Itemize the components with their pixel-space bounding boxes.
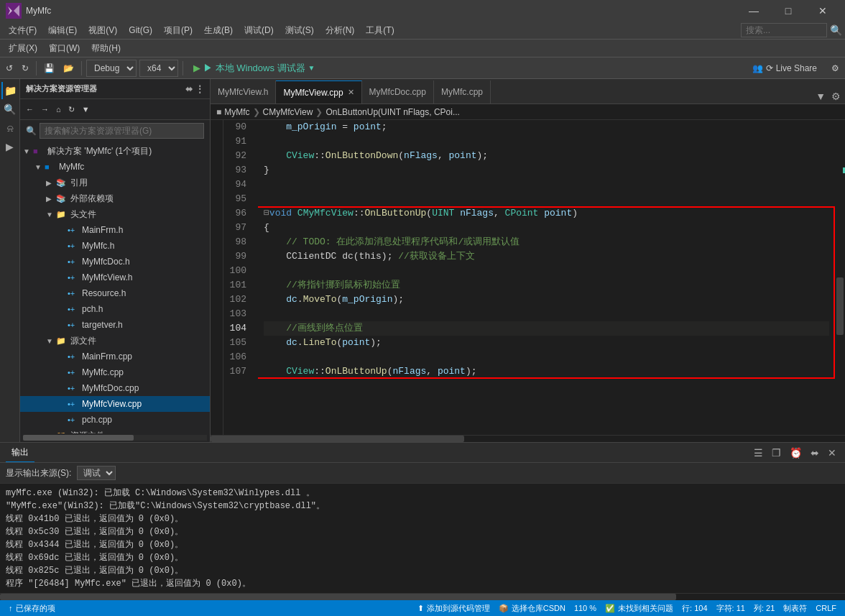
- tree-item-pch-h[interactable]: ▶ •+ pch.h: [20, 301, 210, 317]
- tab-mymfcview-cpp[interactable]: MyMfcView.cpp ✕: [276, 81, 361, 104]
- tree-item-mymfcview-cpp[interactable]: ▶ •+ MyMfcView.cpp: [20, 396, 210, 412]
- menu-edit[interactable]: 编辑(E): [42, 22, 83, 39]
- sidebar-home-icon[interactable]: ⌂: [53, 101, 64, 118]
- tree-item-mymfc-cpp[interactable]: ▶ •+ MyMfc.cpp: [20, 364, 210, 380]
- panel-tab-output[interactable]: 输出: [6, 443, 34, 462]
- status-zoom[interactable]: 110 %: [571, 603, 599, 614]
- tree-item-targetver-h[interactable]: ▶ •+ targetver.h: [20, 317, 210, 333]
- menu-help[interactable]: 帮助(H): [86, 40, 126, 57]
- editor-vscroll[interactable]: [835, 120, 845, 435]
- tree-item-project[interactable]: ▼ ■ MyMfc: [20, 159, 210, 175]
- status-tabsize[interactable]: 制表符: [780, 603, 810, 614]
- tree-item-mymfcdoc-h[interactable]: ▶ •+ MyMfcDoc.h: [20, 254, 210, 270]
- title-bar-controls: — □ ✕: [737, 0, 839, 22]
- search-sidebar-icon[interactable]: 🔍: [1, 101, 19, 118]
- status-encoding[interactable]: CRLF: [813, 603, 839, 614]
- tab-close-mymfcview-cpp[interactable]: ✕: [348, 88, 354, 97]
- menu-window[interactable]: 窗口(W): [43, 40, 86, 57]
- status-col[interactable]: 列: 21: [751, 603, 777, 614]
- status-saved-label: 已保存的项: [16, 603, 55, 614]
- sidebar-collapse-icon[interactable]: ▼: [79, 101, 93, 118]
- sidebar-back-icon[interactable]: ←: [23, 101, 37, 118]
- tree-item-resource-h[interactable]: ▶ •+ Resource.h: [20, 285, 210, 301]
- open-button[interactable]: 📂: [60, 60, 77, 77]
- git-icon[interactable]: ⍾: [1, 119, 19, 137]
- panel-close-icon[interactable]: ✕: [825, 446, 839, 460]
- code-line-98: // TODO: 在此添加消息处理程序代码和/或调用默认值: [264, 235, 829, 249]
- menu-project[interactable]: 项目(P): [158, 22, 198, 39]
- tab-mymfc-cpp[interactable]: MyMfc.cpp: [434, 81, 491, 104]
- live-share-button[interactable]: 👥 ⟳ Live Share: [747, 62, 823, 75]
- menu-build[interactable]: 生成(B): [198, 22, 239, 39]
- tab-settings-button[interactable]: ⚙: [830, 89, 842, 104]
- file-h5-icon: •+: [68, 289, 79, 298]
- editor-hscroll[interactable]: [211, 435, 845, 442]
- sidebar: 解决方案资源管理器 ⬌ ⋮ ← → ⌂ ↻ ▼ 🔍: [20, 79, 211, 442]
- menu-analyze[interactable]: 分析(N): [320, 22, 361, 39]
- tab-mymfcdoc-cpp[interactable]: MyMfcDoc.cpp: [362, 81, 434, 104]
- tree-item-external[interactable]: ▶ 📚 外部依赖项: [20, 190, 210, 206]
- close-button[interactable]: ✕: [806, 0, 839, 22]
- debug-sidebar-icon[interactable]: ▶: [1, 138, 19, 155]
- panel-actions: ☰ ❐ ⏰ ⬌ ✕: [751, 446, 839, 460]
- output-hscroll[interactable]: [0, 593, 845, 600]
- menu-tools[interactable]: 工具(T): [360, 22, 400, 39]
- status-right: ⬆ 添加到源代码管理 📦 选择仓库CSDN 110 % ✅ 未找到相关问题 行:…: [415, 603, 839, 614]
- tree-label-mymfcdoc-h: MyMfcDoc.h: [82, 257, 207, 267]
- explorer-icon[interactable]: 📁: [1, 82, 19, 99]
- undo-button[interactable]: ↺: [3, 60, 16, 77]
- platform-select[interactable]: x64: [139, 60, 178, 77]
- status-line[interactable]: 行: 104: [679, 603, 710, 614]
- panel-copy-icon[interactable]: ❐: [769, 446, 784, 460]
- tree-item-mymfc-h[interactable]: ▶ •+ MyMfc.h: [20, 238, 210, 254]
- tree-item-solution[interactable]: ▼ ■ 解决方案 'MyMfc' (1个项目): [20, 143, 210, 159]
- output-source-select[interactable]: 调试: [77, 466, 116, 480]
- tree-label-mymfc-h: MyMfc.h: [82, 241, 207, 251]
- sidebar-refresh-icon[interactable]: ↻: [65, 101, 78, 118]
- status-saved[interactable]: ↑ 已保存的项: [6, 603, 58, 614]
- sidebar-menu-icon[interactable]: ⋮: [195, 84, 204, 94]
- breadcrumb-part2[interactable]: CMyMfcView: [263, 107, 313, 117]
- menu-file[interactable]: 文件(F): [3, 22, 42, 39]
- tree-item-sources[interactable]: ▼ 📁 源文件: [20, 333, 210, 349]
- tree-item-pch-cpp[interactable]: ▶ •+ pch.cpp: [20, 412, 210, 428]
- save-button[interactable]: 💾: [41, 60, 57, 77]
- status-issues[interactable]: ✅ 未找到相关问题: [602, 603, 676, 614]
- panel-filter-icon[interactable]: ☰: [751, 446, 766, 460]
- status-branch[interactable]: 📦 选择仓库CSDN: [496, 603, 568, 614]
- breadcrumb-part3[interactable]: OnLButtonUp(UINT nFlags, CPoi...: [325, 107, 460, 117]
- tree-item-mainfrm-h[interactable]: ▶ •+ MainFrm.h: [20, 222, 210, 238]
- status-git[interactable]: ⬆ 添加到源代码管理: [415, 603, 493, 614]
- redo-button[interactable]: ↻: [19, 60, 32, 77]
- tab-mymfcview-h[interactable]: MyMfcView.h: [211, 81, 276, 104]
- tab-overflow-button[interactable]: ▼: [814, 89, 827, 104]
- config-select[interactable]: Debug: [86, 60, 137, 77]
- maximize-button[interactable]: □: [772, 0, 805, 22]
- tree-item-resources[interactable]: ▶ 📁 资源文件: [20, 428, 210, 433]
- tree-item-refs[interactable]: ▶ 📚 引用: [20, 175, 210, 190]
- sidebar-forward-icon[interactable]: →: [38, 101, 52, 118]
- breadcrumb-part1[interactable]: MyMfc: [224, 107, 249, 117]
- settings-button[interactable]: ⚙: [828, 60, 842, 77]
- tree-item-mymfcview-h[interactable]: ▶ •+ MyMfcView.h: [20, 270, 210, 285]
- menu-extend[interactable]: 扩展(X): [3, 40, 43, 57]
- menu-view[interactable]: 视图(V): [83, 22, 123, 39]
- tree-item-headers[interactable]: ▼ 📁 头文件: [20, 206, 210, 222]
- panel-pin-icon[interactable]: ⬌: [808, 446, 822, 460]
- menu-debug[interactable]: 调试(D): [239, 22, 280, 39]
- run-button[interactable]: ▶ ▶ 本地 Windows 调试器 ▼: [188, 60, 320, 76]
- sidebar-hscroll[interactable]: [23, 435, 207, 441]
- tree-label-mainfrm-h: MainFrm.h: [82, 225, 207, 235]
- search-input[interactable]: [741, 23, 827, 37]
- tree-item-mymfcdoc-cpp[interactable]: ▶ •+ MyMfcDoc.cpp: [20, 380, 210, 396]
- tab-label-mymfcview-h: MyMfcView.h: [218, 87, 268, 97]
- code-scroll-area[interactable]: m_pOrigin = point; CView::OnLButtonDown(…: [258, 120, 835, 435]
- panel-clock-icon[interactable]: ⏰: [787, 446, 805, 460]
- tree-item-mainfrm-cpp[interactable]: ▶ •+ MainFrm.cpp: [20, 349, 210, 364]
- sidebar-pin-icon[interactable]: ⬌: [185, 84, 193, 94]
- status-char[interactable]: 字符: 11: [714, 603, 748, 614]
- menu-git[interactable]: Git(G): [123, 22, 158, 39]
- menu-test[interactable]: 测试(S): [280, 22, 320, 39]
- minimize-button[interactable]: —: [737, 0, 770, 22]
- sidebar-search-input[interactable]: [40, 123, 204, 139]
